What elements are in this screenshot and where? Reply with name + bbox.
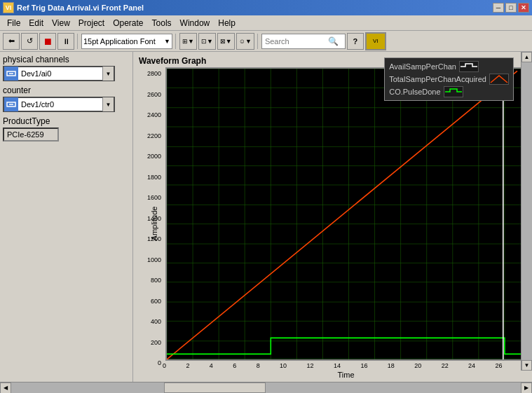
x-tick-18: 18 bbox=[388, 362, 395, 369]
y-tick-2800: 2800 bbox=[147, 70, 161, 77]
y-tick-200: 200 bbox=[151, 339, 161, 346]
menu-bar: File Edit View Project Operate Tools Win… bbox=[0, 15, 532, 31]
y-tick-1000: 1000 bbox=[147, 256, 161, 263]
legend-icon-2 bbox=[444, 86, 463, 97]
x-tick-2: 2 bbox=[186, 362, 189, 369]
x-tick-6: 6 bbox=[233, 362, 236, 369]
channel-dropdown[interactable]: Dev1/ai0 ▼ bbox=[3, 66, 115, 81]
menu-view[interactable]: View bbox=[48, 17, 74, 29]
menu-help[interactable]: Help bbox=[214, 17, 240, 29]
toolbar-vi-icon[interactable]: VI bbox=[365, 32, 386, 50]
menu-file[interactable]: File bbox=[3, 17, 25, 29]
toolbar-pause[interactable]: ⏸ bbox=[57, 33, 74, 50]
search-input[interactable] bbox=[265, 37, 328, 46]
y-tick-2400: 2400 bbox=[147, 111, 161, 118]
menu-project[interactable]: Project bbox=[74, 17, 109, 29]
product-label: ProductType bbox=[3, 116, 130, 126]
x-tick-8: 8 bbox=[257, 362, 260, 369]
legend-label-2: CO.PulseDone bbox=[389, 88, 440, 96]
toolbar: ⬅ ↺ ⏹ ⏸ 15pt Application Font ▼ ⊞▼ ⊡▼ ⊠▼… bbox=[0, 31, 532, 52]
toolbar-btn-2[interactable]: ⊡▼ bbox=[198, 33, 216, 50]
toolbar-sep-1 bbox=[77, 34, 79, 49]
x-tick-26: 26 bbox=[495, 362, 502, 369]
counter-dropdown[interactable]: Dev1/ctr0 ▼ bbox=[3, 97, 115, 112]
legend-label-0: AvailSampPerChan bbox=[389, 62, 456, 71]
legend-item-0: AvailSampPerChan bbox=[389, 61, 509, 72]
graph-svg bbox=[167, 69, 531, 359]
main-content: physical channels Dev1/ai0 ▼ counter Dev… bbox=[0, 52, 532, 382]
menu-edit[interactable]: Edit bbox=[25, 17, 48, 29]
close-button[interactable]: ✕ bbox=[518, 3, 529, 13]
scroll-left-button[interactable]: ◀ bbox=[0, 382, 11, 394]
x-tick-22: 22 bbox=[442, 362, 449, 369]
y-tick-2000: 2000 bbox=[147, 153, 161, 160]
menu-tools[interactable]: Tools bbox=[148, 17, 176, 29]
toolbar-btn-3[interactable]: ⊠▼ bbox=[217, 33, 235, 50]
app-icon: VI bbox=[3, 2, 14, 13]
toolbar-run-stop[interactable]: ⏹ bbox=[39, 33, 56, 50]
y-tick-0: 0 bbox=[158, 359, 161, 366]
help-button[interactable]: ? bbox=[347, 33, 364, 50]
graph-area[interactable] bbox=[165, 67, 532, 361]
x-tick-10: 10 bbox=[280, 362, 287, 369]
horizontal-scrollbar: ◀ ▶ bbox=[0, 382, 532, 393]
vertical-scrollbar: ▲ ▼ bbox=[521, 52, 532, 371]
toolbar-sep-2 bbox=[175, 34, 177, 49]
x-axis-ticks: 0 2 4 6 8 10 12 14 16 18 20 22 24 26 28 bbox=[163, 361, 529, 369]
x-tick-20: 20 bbox=[414, 362, 421, 369]
font-selector[interactable]: 15pt Application Font ▼ bbox=[81, 34, 172, 49]
search-box: 🔍 bbox=[261, 34, 346, 49]
menu-operate[interactable]: Operate bbox=[109, 17, 147, 29]
scroll-track-v[interactable] bbox=[521, 62, 532, 360]
title-bar: VI Ref Trig Data Arrival.vi Front Panel … bbox=[0, 0, 532, 15]
x-tick-12: 12 bbox=[307, 362, 314, 369]
scroll-track-h[interactable] bbox=[11, 382, 521, 393]
y-tick-1200: 1200 bbox=[147, 235, 161, 242]
y-tick-1800: 1800 bbox=[147, 174, 161, 181]
window-title: Ref Trig Data Arrival.vi Front Panel bbox=[17, 4, 144, 12]
y-tick-1600: 1600 bbox=[147, 194, 161, 201]
counter-label: counter bbox=[3, 85, 130, 95]
font-label: 15pt Application Font bbox=[83, 37, 156, 46]
x-tick-16: 16 bbox=[360, 362, 367, 369]
scroll-up-button[interactable]: ▲ bbox=[521, 52, 532, 62]
maximize-button[interactable]: □ bbox=[505, 3, 517, 13]
toolbar-sep-3 bbox=[257, 34, 259, 49]
legend-item-2: CO.PulseDone bbox=[389, 86, 509, 97]
channel-arrow-icon[interactable]: ▼ bbox=[102, 67, 114, 81]
font-arrow-icon: ▼ bbox=[164, 38, 170, 45]
legend-item-1: TotalSampPerChanAcquired bbox=[389, 74, 509, 85]
legend-icon-0 bbox=[459, 61, 479, 72]
counter-value: Dev1/ctr0 bbox=[18, 100, 102, 109]
svg-line-35 bbox=[167, 71, 517, 359]
y-tick-2600: 2600 bbox=[147, 91, 161, 98]
scroll-right-button[interactable]: ▶ bbox=[521, 382, 532, 394]
right-panel: AvailSampPerChan TotalSampPerChanAcquire… bbox=[133, 52, 532, 382]
scroll-thumb-h[interactable] bbox=[164, 382, 266, 393]
toolbar-btn-4[interactable]: ☺▼ bbox=[236, 33, 254, 50]
toolbar-refresh[interactable]: ↺ bbox=[21, 33, 38, 50]
minimize-button[interactable]: ─ bbox=[493, 3, 504, 13]
counter-icon bbox=[4, 97, 18, 111]
channel-label: physical channels bbox=[3, 55, 130, 64]
legend-label-1: TotalSampPerChanAcquired bbox=[389, 75, 486, 83]
scroll-down-button[interactable]: ▼ bbox=[521, 360, 532, 371]
product-value: PCIe-6259 bbox=[3, 127, 59, 142]
legend-icon-1 bbox=[489, 74, 509, 85]
search-icon[interactable]: 🔍 bbox=[328, 36, 339, 46]
channel-value: Dev1/ai0 bbox=[18, 69, 102, 78]
y-tick-2200: 2200 bbox=[147, 132, 161, 139]
x-tick-24: 24 bbox=[468, 362, 475, 369]
toolbar-arrow-left[interactable]: ⬅ bbox=[3, 33, 20, 50]
menu-window[interactable]: Window bbox=[176, 17, 214, 29]
x-axis-label: Time bbox=[163, 371, 529, 379]
left-panel: physical channels Dev1/ai0 ▼ counter Dev… bbox=[0, 52, 133, 382]
counter-arrow-icon[interactable]: ▼ bbox=[102, 97, 114, 111]
channel-icon bbox=[4, 67, 18, 81]
y-tick-1400: 1400 bbox=[147, 215, 161, 222]
legend: AvailSampPerChan TotalSampPerChanAcquire… bbox=[384, 57, 514, 101]
window-controls: ─ □ ✕ bbox=[493, 3, 529, 13]
y-tick-600: 600 bbox=[151, 298, 161, 305]
toolbar-btn-1[interactable]: ⊞▼ bbox=[179, 33, 197, 50]
y-tick-800: 800 bbox=[151, 277, 161, 284]
